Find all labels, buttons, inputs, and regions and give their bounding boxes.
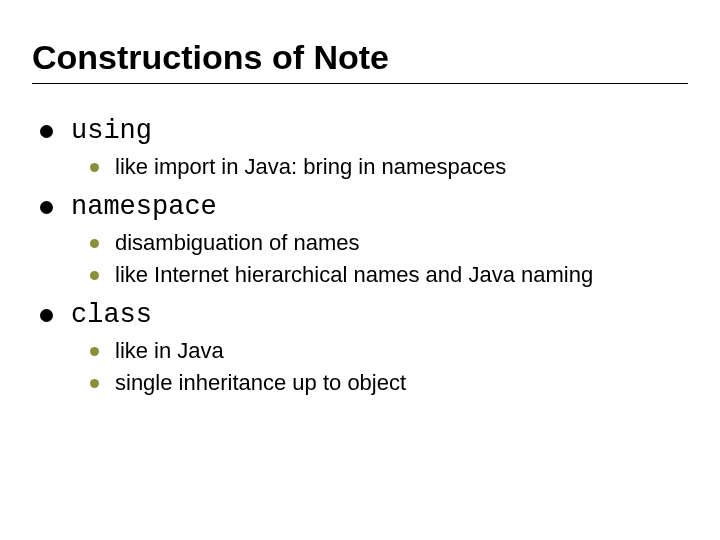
sub-bullet-icon (90, 271, 99, 280)
bullet-icon (40, 201, 53, 214)
sub-list: like in Java single inheritance up to ob… (40, 338, 688, 396)
sub-text: single inheritance up to object (115, 370, 406, 396)
sub-bullet-icon (90, 379, 99, 388)
sub-text: like in Java (115, 338, 224, 364)
list-item: class like in Java single inheritance up… (40, 300, 688, 396)
sub-list: like import in Java: bring in namespaces (40, 154, 688, 180)
sub-text: like import in Java: bring in namespaces (115, 154, 506, 180)
slide-title: Constructions of Note (32, 38, 688, 77)
top-row: using (40, 116, 688, 146)
sub-item: like Internet hierarchical names and Jav… (90, 262, 688, 288)
sub-item: like import in Java: bring in namespaces (90, 154, 688, 180)
top-label: class (71, 300, 152, 330)
bullet-list: using like import in Java: bring in name… (32, 116, 688, 396)
sub-item: like in Java (90, 338, 688, 364)
sub-list: disambiguation of names like Internet hi… (40, 230, 688, 288)
top-row: class (40, 300, 688, 330)
sub-bullet-icon (90, 347, 99, 356)
sub-bullet-icon (90, 239, 99, 248)
list-item: using like import in Java: bring in name… (40, 116, 688, 180)
sub-text: disambiguation of names (115, 230, 360, 256)
top-label: namespace (71, 192, 217, 222)
sub-item: disambiguation of names (90, 230, 688, 256)
top-label: using (71, 116, 152, 146)
list-item: namespace disambiguation of names like I… (40, 192, 688, 288)
title-container: Constructions of Note (32, 38, 688, 84)
sub-text: like Internet hierarchical names and Jav… (115, 262, 593, 288)
sub-bullet-icon (90, 163, 99, 172)
sub-item: single inheritance up to object (90, 370, 688, 396)
bullet-icon (40, 309, 53, 322)
bullet-icon (40, 125, 53, 138)
top-row: namespace (40, 192, 688, 222)
